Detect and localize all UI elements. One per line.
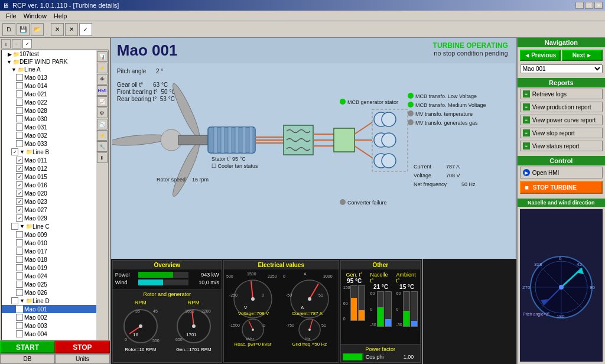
rotor-rpm-label: RPM bbox=[135, 300, 147, 306]
tree-node-mao009[interactable]: Mao 009 bbox=[2, 230, 96, 239]
svg-text:Net frequency: Net frequency bbox=[414, 181, 447, 187]
svg-text:MCB generator stator: MCB generator stator bbox=[347, 99, 398, 105]
tree-view[interactable]: ▶ 📁 107test ▼ 📁 DEIF WIND PARK ▼ 📁 Line … bbox=[2, 50, 96, 340]
tree-node-mao024[interactable]: Mao 024 bbox=[2, 272, 96, 280]
side-icon-7[interactable]: 📉 bbox=[97, 119, 108, 129]
svg-text:16: 16 bbox=[133, 332, 138, 337]
tree-node-mao029[interactable]: ✓ Mao 029 bbox=[2, 214, 96, 222]
svg-text:0: 0 bbox=[283, 274, 285, 278]
toolbar-open-button[interactable]: 📂 bbox=[31, 23, 44, 36]
tree-node-mao028[interactable]: Mao 028 bbox=[2, 106, 96, 115]
tree-node-lineA[interactable]: ▼ 📁 Line A bbox=[2, 66, 96, 73]
left-panel: ± − ✓ ▶ 📁 107test ▼ 📁 DEIF WIND PARK bbox=[0, 38, 111, 364]
menu-help[interactable]: Help bbox=[50, 12, 71, 20]
tree-node-mao003[interactable]: Mao 003 bbox=[2, 321, 96, 330]
tree-node-deif[interactable]: ▼ 📁 DEIF WIND PARK bbox=[2, 58, 96, 66]
view-stop-button[interactable]: ≡ View stop report bbox=[520, 128, 603, 138]
minimize-button[interactable]: _ bbox=[575, 2, 584, 9]
tree-expand-button[interactable]: ± bbox=[1, 39, 11, 48]
menu-window[interactable]: Window bbox=[20, 12, 50, 20]
side-icon-10[interactable]: ⬆ bbox=[97, 152, 108, 163]
svg-text:Current=787 A: Current=787 A bbox=[292, 311, 323, 316]
tree-node-lineD[interactable]: ▼ 📁 Line D bbox=[2, 297, 96, 305]
tree-node-mao032[interactable]: Mao 032 bbox=[2, 131, 96, 139]
stop-report-icon: ≡ bbox=[523, 129, 530, 136]
tree-node-mao022[interactable]: Mao 022 bbox=[2, 98, 96, 106]
tree-node-mao012[interactable]: ✓ Mao 012 bbox=[2, 164, 96, 173]
tree-node-mao017[interactable]: Mao 017 bbox=[2, 247, 96, 255]
toolbar-new-button[interactable]: 🗋 bbox=[2, 23, 15, 36]
tree-node-mao021[interactable]: Mao 021 bbox=[2, 90, 96, 98]
tree-node-mao001[interactable]: Mao 001 bbox=[2, 305, 96, 313]
overview-title: Overview bbox=[113, 261, 222, 269]
svg-text:A: A bbox=[304, 272, 307, 276]
svg-text:A: A bbox=[301, 305, 304, 310]
menu-file[interactable]: File bbox=[2, 12, 20, 20]
maximize-button[interactable]: □ bbox=[585, 2, 593, 9]
tree-node-mao014[interactable]: Mao 014 bbox=[2, 82, 96, 90]
view-power-curve-button[interactable]: ≡ View power curve report bbox=[520, 115, 603, 125]
side-icon-3[interactable]: 👁 bbox=[97, 74, 108, 84]
tree-node-mao013[interactable]: Mao 013 bbox=[2, 73, 96, 82]
tree-node-mao023[interactable]: ✓ Mao 023 bbox=[2, 197, 96, 206]
db-button[interactable]: DB bbox=[0, 354, 55, 364]
gen-temp-thermometers: 150600 bbox=[343, 285, 366, 321]
tree-node-mao010[interactable]: Mao 010 bbox=[2, 239, 96, 247]
tree-node-mao031[interactable]: Mao 031 bbox=[2, 123, 96, 131]
svg-point-73 bbox=[251, 297, 255, 301]
view-production-button[interactable]: ≡ View production report bbox=[520, 102, 603, 112]
tree-collapse-button[interactable]: − bbox=[12, 39, 21, 48]
view-status-label: View status report bbox=[532, 143, 580, 150]
right-panel: Navigation ◄ Previous Next ► Mao 001 Rep… bbox=[516, 38, 605, 364]
toolbar-btn5[interactable]: ✕ bbox=[65, 23, 78, 36]
side-icon-9[interactable]: 🔧 bbox=[97, 141, 108, 152]
other-title: Other bbox=[341, 261, 420, 269]
tree-node-lineC[interactable]: ▼ 📁 Line C bbox=[2, 222, 96, 230]
side-icon-5[interactable]: 📈 bbox=[97, 96, 108, 107]
tree-node-mao016[interactable]: ✓ Mao 016 bbox=[2, 181, 96, 189]
tree-node-mao018[interactable]: Mao 018 bbox=[2, 255, 96, 264]
tree-node-mao004[interactable]: Mao 004 bbox=[2, 330, 96, 338]
toolbar-save-button[interactable]: 💾 bbox=[17, 23, 30, 36]
tree-node-mao025[interactable]: Mao 025 bbox=[2, 280, 96, 288]
side-icon-1[interactable]: 📊 bbox=[97, 51, 108, 62]
stop-button[interactable]: STOP bbox=[55, 341, 110, 353]
tree-node-mao020[interactable]: ✓ Mao 020 bbox=[2, 189, 96, 197]
view-status-button[interactable]: ≡ View status report bbox=[520, 141, 603, 151]
tree-node-107test[interactable]: ▶ 📁 107test bbox=[2, 50, 96, 58]
open-hmi-button[interactable]: ▶ Open HMI bbox=[520, 167, 603, 178]
turbine-dropdown[interactable]: Mao 001 bbox=[520, 64, 603, 73]
prev-button[interactable]: ◄ Previous bbox=[520, 50, 561, 61]
svg-point-89 bbox=[308, 297, 311, 301]
svg-text:51: 51 bbox=[318, 293, 323, 297]
side-icon-6[interactable]: ⚙ bbox=[97, 108, 108, 118]
tree-node-mao026[interactable]: Mao 026 bbox=[2, 288, 96, 297]
toolbar-checkbox[interactable]: ✓ bbox=[79, 23, 92, 36]
svg-rect-11 bbox=[242, 127, 246, 153]
tree-refresh-button[interactable]: ✓ bbox=[22, 39, 32, 48]
tree-node-lineB[interactable]: ✓ ▼ 📁 Line B bbox=[2, 148, 96, 156]
side-icon-4[interactable]: HMI bbox=[97, 85, 108, 96]
units-button[interactable]: Units bbox=[55, 354, 110, 364]
gen-temp-header: Gen. t° bbox=[346, 272, 363, 278]
retrieve-logs-button[interactable]: ≡ Retrieve logs bbox=[520, 89, 603, 99]
gen-temp-value: 95 °C bbox=[347, 278, 362, 284]
tree-node-mao033[interactable]: Mao 033 bbox=[2, 139, 96, 148]
tree-node-mao011[interactable]: ✓ Mao 011 bbox=[2, 156, 96, 164]
svg-point-45 bbox=[408, 102, 414, 108]
svg-text:Voltage=708 V: Voltage=708 V bbox=[238, 311, 269, 316]
side-icon-8[interactable]: ⚡ bbox=[97, 130, 108, 141]
toolbar-btn4[interactable]: ✕ bbox=[51, 23, 64, 36]
tree-node-mao015[interactable]: ✓ Mao 015 bbox=[2, 173, 96, 181]
stop-turbine-button[interactable]: ◼ STOP TURBINE bbox=[520, 181, 603, 194]
side-icon-2[interactable]: ⚡ bbox=[97, 63, 108, 73]
tree-node-mao019[interactable]: Mao 019 bbox=[2, 264, 96, 272]
close-button[interactable]: ✕ bbox=[594, 2, 603, 9]
next-button[interactable]: Next ► bbox=[562, 50, 603, 61]
start-button[interactable]: START bbox=[0, 341, 55, 353]
tree-node-mao002[interactable]: Mao 002 bbox=[2, 313, 96, 321]
tree-node-mao030[interactable]: Mao 030 bbox=[2, 115, 96, 123]
checkbox-mao013[interactable] bbox=[16, 74, 23, 81]
status-operating: TURBINE OPERATING bbox=[433, 41, 508, 50]
tree-node-mao027[interactable]: ✓ Mao 027 bbox=[2, 206, 96, 214]
